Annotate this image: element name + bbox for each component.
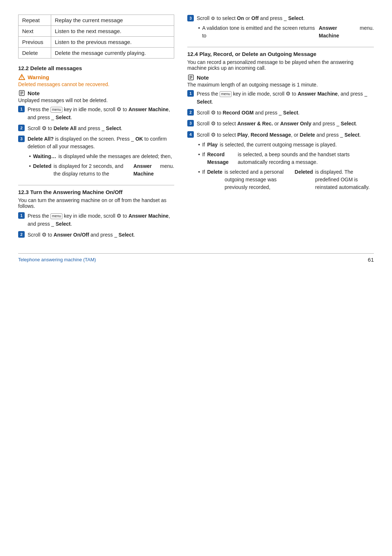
table-cell-value: Listen to the previous message. [51, 37, 174, 48]
scroll-icon: ⚙ [42, 124, 46, 133]
step-item: 3Delete All? is displayed on the screen.… [18, 135, 174, 180]
step-num: 1 [18, 212, 25, 219]
select-btn-icon: ⎯ [51, 114, 54, 121]
scroll-icon: ⚙ [286, 90, 290, 98]
step-content: Scroll ⚙ to Record OGM and press ⎯ Selec… [197, 109, 374, 117]
step-content: Scroll ⚙ to select Answer & Rec. or Answ… [197, 120, 374, 128]
step-item: 1Press the menu key in idle mode, scroll… [187, 90, 374, 106]
note-icon-12-4 [187, 74, 195, 81]
page-footer: Telephone answering machine (TAM) 61 [18, 253, 374, 263]
section-12-4-intro: You can record a personalized message to… [187, 59, 374, 71]
select-btn-icon: ⎯ [51, 221, 54, 228]
step-content: Scroll ⚙ to select Play, Record Message,… [197, 131, 374, 194]
steps-12-2: 1Press the menu key in idle mode, scroll… [18, 105, 174, 180]
table-row: NextListen to the next message. [19, 26, 174, 37]
note-icon-12-2 [18, 89, 25, 97]
menu-key: menu [50, 107, 62, 113]
step-content: Scroll ⚙ to Delete All and press ⎯ Selec… [28, 124, 174, 133]
step-item: 3Scroll ⚙ to select Answer & Rec. or Ans… [187, 120, 374, 128]
step-content: Press the menu key in idle mode, scroll … [197, 90, 374, 106]
table-row: DeleteDelete the message currently playi… [19, 48, 174, 59]
table-row: RepeatReplay the current message [19, 15, 174, 26]
menu-key: menu [50, 213, 62, 219]
step-item: 1Press the menu key in idle mode, scroll… [18, 105, 174, 121]
note-12-2-text: Unplayed messages will not be deleted. [18, 97, 174, 103]
scroll-icon: ⚙ [211, 109, 216, 117]
table-cell-value: Listen to the next message. [51, 26, 174, 37]
section-12-4: 12.4 Play, Record, or Delete an Outgoing… [187, 51, 374, 193]
bullet-list: Waiting… is displayed while the messages… [29, 153, 174, 178]
page-layout: RepeatReplay the current messageNextList… [18, 15, 374, 242]
scroll-icon: ⚙ [117, 105, 121, 114]
warning-block: ! Warning Deleted messages cannot be rec… [18, 73, 174, 87]
steps-12-3: 1Press the menu key in idle mode, scroll… [18, 212, 174, 239]
scroll-icon: ⚙ [42, 231, 46, 239]
table-cell-key: Previous [19, 37, 51, 48]
table-cell-key: Delete [19, 48, 51, 59]
footer-left-text: Telephone answering machine (TAM) [18, 257, 96, 262]
note-12-4-text: The maximum length of an outgoing messag… [187, 82, 374, 88]
bullet-item: A validation tone is emitted and the scr… [198, 24, 374, 40]
section-12-2-heading: 12.2 Delete all messages [18, 65, 174, 71]
warning-icon: ! [18, 73, 25, 81]
bullet-list-12-4: If Play is selected, the current outgoin… [198, 141, 374, 191]
warning-text: Deleted messages cannot be recovered. [18, 81, 174, 87]
bullet-item: Deleted is displayed for 2 seconds, and … [29, 162, 174, 178]
bullet-item: If Delete is selected and a personal out… [198, 168, 374, 191]
table-cell-value: Delete the message currently playing. [51, 48, 174, 59]
step-num: 2 [18, 125, 25, 131]
table-row: PreviousListen to the previous message. [19, 37, 174, 48]
select-btn-icon: ⎯ [279, 109, 282, 117]
left-column: RepeatReplay the current messageNextList… [18, 15, 174, 242]
step-item: 2Scroll ⚙ to Delete All and press ⎯ Sele… [18, 124, 174, 133]
note-12-4-title: Note [187, 74, 374, 81]
svg-text:!: ! [21, 76, 22, 80]
menu-key: menu [220, 91, 232, 97]
step-content: Press the menu key in idle mode, scroll … [28, 105, 174, 121]
section-12-3-heading: 12.3 Turn the Answering Machine On/Off [18, 189, 174, 195]
function-table: RepeatReplay the current messageNextList… [18, 15, 174, 59]
step-num: 1 [187, 90, 194, 97]
step-num: 2 [18, 231, 25, 238]
divider-12-3-4 [187, 47, 374, 47]
step-num: 3 [18, 136, 25, 142]
section-12-3: 12.3 Turn the Answering Machine On/Off Y… [18, 189, 174, 239]
step-num: 3 [187, 120, 194, 126]
section-12-3-intro: You can turn the answering machine on or… [18, 197, 174, 209]
select-btn-icon: ⎯ [336, 120, 339, 128]
select-btn: ⎯ [284, 15, 287, 22]
note-block-12-4: Note The maximum length of an outgoing m… [187, 74, 374, 88]
bullet-item: If Record Message is selected, a beep so… [198, 151, 374, 166]
section-12-4-heading: 12.4 Play, Record, or Delete an Outgoing… [187, 51, 374, 57]
bullet-item: Waiting… is displayed while the messages… [29, 153, 174, 160]
scroll-icon: ⚙ [117, 212, 121, 220]
step-item: 2Scroll ⚙ to Record OGM and press ⎯ Sele… [187, 109, 374, 117]
footer-page-number: 61 [368, 257, 374, 263]
step-item: 4Scroll ⚙ to select Play, Record Message… [187, 131, 374, 194]
bullet-item: If Play is selected, the current outgoin… [198, 141, 374, 149]
step-content: Delete All? is displayed on the screen. … [28, 135, 174, 180]
note-block-12-2: Note Unplayed messages will not be delet… [18, 89, 174, 103]
select-btn-icon: ⎯ [340, 132, 343, 139]
step-num: 4 [187, 131, 194, 138]
scroll-icon: ⚙ [211, 15, 215, 22]
right-column: 3 Scroll ⚙ to select On or Off and press… [187, 15, 374, 242]
steps-12-3-cont: 3 Scroll ⚙ to select On or Off and press… [187, 15, 374, 42]
bullet-list-12-3-cont: A validation tone is emitted and the scr… [198, 24, 374, 40]
section-12-2: 12.2 Delete all messages ! Warning Delet… [18, 65, 174, 180]
step-3-content: Scroll ⚙ to select On or Off and press ⎯… [197, 15, 374, 42]
step-content: Press the menu key in idle mode, scroll … [28, 212, 174, 228]
table-cell-key: Repeat [19, 15, 51, 26]
select-btn-icon: ⎯ [364, 90, 367, 98]
divider-12-2-3 [18, 185, 174, 185]
step-num: 1 [18, 106, 25, 112]
steps-12-4: 1Press the menu key in idle mode, scroll… [187, 90, 374, 193]
section-12-3-cont: 3 Scroll ⚙ to select On or Off and press… [187, 15, 374, 42]
table-cell-key: Next [19, 26, 51, 37]
warning-title: ! Warning [18, 73, 174, 81]
table-cell-value: Replay the current message [51, 15, 174, 26]
select-btn-icon: ⎯ [102, 125, 105, 132]
select-btn-icon: ⎯ [114, 231, 117, 239]
step-item: 2Scroll ⚙ to Answer On/Off and press ⎯ S… [18, 231, 174, 239]
step-num-3: 3 [187, 15, 194, 21]
